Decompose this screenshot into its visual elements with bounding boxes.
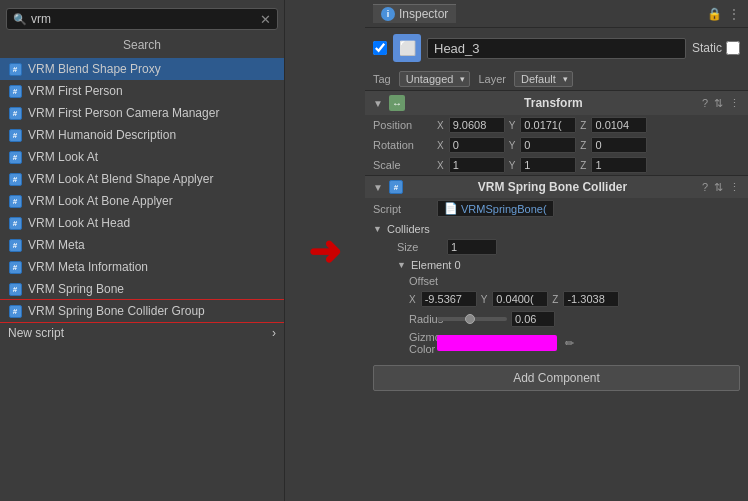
size-input[interactable] [447, 239, 497, 255]
radius-input[interactable] [511, 311, 555, 327]
script-label: Script [373, 203, 433, 215]
list-item[interactable]: # VRM First Person Camera Manager [0, 102, 284, 124]
cs-icon: # [8, 150, 22, 164]
scale-row: Scale X Y Z [365, 155, 748, 175]
list-item[interactable]: # VRM Look At [0, 146, 284, 168]
cs-icon: # [8, 128, 22, 142]
cs-icon: # [8, 84, 22, 98]
add-component-button[interactable]: Add Component [373, 365, 740, 391]
list-item[interactable]: # VRM Blend Shape Proxy [0, 58, 284, 80]
arrow-icon: ➜ [308, 228, 342, 274]
tag-dropdown[interactable]: Untagged [399, 71, 471, 87]
list-item[interactable]: # VRM Look At Blend Shape Applyer [0, 168, 284, 190]
rotation-z-input[interactable] [591, 137, 647, 153]
position-z-input[interactable] [591, 117, 647, 133]
menu-icon[interactable]: ⋮ [728, 7, 740, 21]
list-item[interactable]: # VRM Humanoid Description [0, 124, 284, 146]
position-y-input[interactable] [520, 117, 576, 133]
list-item[interactable]: # VRM Meta [0, 234, 284, 256]
inspector-tab[interactable]: i Inspector [373, 4, 456, 23]
fold-triangle-vrm: ▼ [373, 182, 385, 193]
transform-header[interactable]: ▼ ↔ Transform ? ⇅ ⋮ [365, 91, 748, 115]
color-picker-icon[interactable]: ✏ [565, 337, 574, 350]
search-box-container: 🔍 ✕ [0, 0, 284, 34]
search-input[interactable] [31, 12, 260, 26]
radius-label: Radius [373, 313, 433, 325]
radius-slider[interactable] [437, 317, 507, 321]
list-item[interactable]: # VRM Look At Bone Applyer [0, 190, 284, 212]
list-item-highlighted[interactable]: # VRM Spring Bone Collider Group [0, 300, 284, 322]
static-checkbox[interactable] [726, 41, 740, 55]
left-panel: 🔍 ✕ Search # VRM Blend Shape Proxy # VRM… [0, 0, 285, 501]
list-item[interactable]: # VRM Meta Information [0, 256, 284, 278]
clear-icon[interactable]: ✕ [260, 13, 271, 26]
cs-icon: # [8, 260, 22, 274]
gizmo-color-swatch[interactable] [437, 335, 557, 351]
element-label: Element 0 [411, 259, 461, 271]
scale-x-input[interactable] [449, 157, 505, 173]
scale-label: Scale [373, 159, 433, 171]
position-label: Position [373, 119, 433, 131]
size-label: Size [397, 241, 447, 253]
chevron-right-icon: › [272, 326, 276, 340]
inspector-panel: i Inspector 🔒 ⋮ ⬜ Static Tag Untagged La… [365, 0, 748, 501]
cs-icon: # [8, 172, 22, 186]
search-icon: 🔍 [13, 13, 27, 26]
position-x-input[interactable] [449, 117, 505, 133]
radius-row: Radius [365, 309, 748, 329]
list-item[interactable]: # VRM Look At Head [0, 212, 284, 234]
inspector-header: i Inspector 🔒 ⋮ [365, 0, 748, 28]
vrm-actions: ? ⇅ ⋮ [702, 181, 740, 194]
script-value[interactable]: 📄 VRMSpringBone( [437, 200, 554, 217]
layer-label: Layer [478, 73, 506, 85]
x-axis-label: X [437, 120, 444, 131]
more-icon[interactable]: ⋮ [729, 97, 740, 110]
settings-icon-vrm[interactable]: ⇅ [714, 181, 723, 194]
offset-y-input[interactable] [492, 291, 548, 307]
size-row: Size [365, 237, 748, 257]
header-icons: 🔒 ⋮ [707, 7, 740, 21]
new-script-item[interactable]: New script › [0, 322, 284, 344]
inspector-icon: i [381, 7, 395, 21]
gizmo-label: Gizmo Color [373, 331, 433, 355]
offset-x-input[interactable] [421, 291, 477, 307]
rotation-x-input[interactable] [449, 137, 505, 153]
layer-dropdown[interactable]: Default [514, 71, 573, 87]
y-axis-label: Y [509, 120, 516, 131]
offset-xyz-row: X Y Z [365, 289, 748, 309]
object-active-checkbox[interactable] [373, 41, 387, 55]
help-icon[interactable]: ? [702, 97, 708, 110]
offset-label: Offset [409, 275, 459, 287]
gizmo-color-row: Gizmo Color ✏ [365, 329, 748, 357]
vrm-collider-section: ▼ # VRM Spring Bone Collider ? ⇅ ⋮ Scrip… [365, 175, 748, 359]
scale-y-input[interactable] [520, 157, 576, 173]
list-item[interactable]: # VRM First Person [0, 80, 284, 102]
object-name-input[interactable] [427, 38, 686, 59]
lock-icon[interactable]: 🔒 [707, 7, 722, 21]
transform-section: ▼ ↔ Transform ? ⇅ ⋮ Position X Y Z Rotat… [365, 90, 748, 175]
element-row: ▼ Element 0 [365, 257, 748, 273]
z-axis-label: Z [580, 120, 586, 131]
more-icon-vrm[interactable]: ⋮ [729, 181, 740, 194]
list-item[interactable]: # VRM Spring Bone [0, 278, 284, 300]
scale-z-input[interactable] [591, 157, 647, 173]
rotation-y-input[interactable] [520, 137, 576, 153]
transform-title: Transform [409, 96, 698, 110]
offset-z-input[interactable] [563, 291, 619, 307]
script-row: Script 📄 VRMSpringBone( [365, 198, 748, 219]
object-icon: ⬜ [393, 34, 421, 62]
vrm-collider-header[interactable]: ▼ # VRM Spring Bone Collider ? ⇅ ⋮ [365, 176, 748, 198]
help-icon-vrm[interactable]: ? [702, 181, 708, 194]
cs-icon: # [8, 304, 22, 318]
search-input-wrapper: 🔍 ✕ [6, 8, 278, 30]
script-file-icon: 📄 [444, 202, 458, 215]
colliders-fold[interactable]: ▼ [373, 224, 383, 234]
element-fold[interactable]: ▼ [397, 260, 407, 270]
tag-layer-row: Tag Untagged Layer Default [365, 68, 748, 90]
vrm-collider-title: VRM Spring Bone Collider [407, 180, 698, 194]
search-label: Search [0, 34, 284, 58]
settings-icon[interactable]: ⇅ [714, 97, 723, 110]
rotation-row: Rotation X Y Z [365, 135, 748, 155]
object-header: ⬜ Static [365, 28, 748, 68]
transform-actions: ? ⇅ ⋮ [702, 97, 740, 110]
